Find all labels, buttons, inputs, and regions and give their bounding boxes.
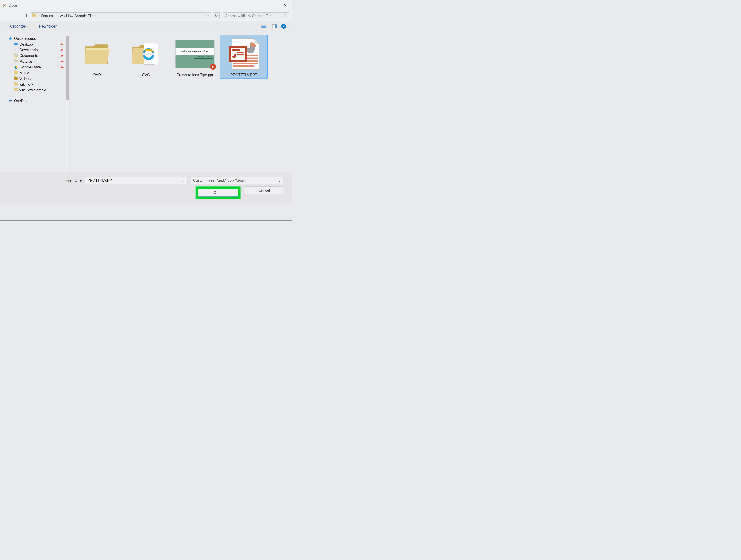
sidebar-item-wikihow[interactable]: wikiHow bbox=[0, 82, 66, 87]
sidebar-item-documents[interactable]: Documents 📌 bbox=[0, 53, 66, 58]
svg-rect-21 bbox=[143, 53, 155, 55]
folder-icon bbox=[14, 88, 18, 92]
view-mode-button[interactable]: ▾ bbox=[261, 24, 268, 28]
dialog-footer: File name: ⌄ Custom Files (*.ppt;*.pptx;… bbox=[0, 172, 292, 204]
refresh-button[interactable]: ↻ bbox=[213, 12, 219, 19]
sidebar-quick-access[interactable]: Quick access bbox=[0, 36, 66, 41]
file-item-folder[interactable]: DVD bbox=[73, 35, 121, 78]
file-item-ppt-selected[interactable]: PROTTPLV.PPT bbox=[220, 35, 267, 78]
pin-icon: 📌 bbox=[60, 48, 64, 52]
scroll-up-icon[interactable]: ⌃ bbox=[65, 31, 69, 35]
folder-icon bbox=[32, 14, 37, 18]
documents-icon bbox=[14, 54, 18, 58]
sidebar-item-pictures[interactable]: Pictures 📌 bbox=[0, 59, 66, 64]
pin-icon: 📌 bbox=[60, 54, 64, 58]
svg-rect-29 bbox=[232, 49, 240, 51]
powerpoint-file-icon bbox=[226, 38, 261, 71]
svg-rect-6 bbox=[262, 25, 266, 26]
onedrive-icon bbox=[9, 99, 12, 103]
search-input[interactable] bbox=[225, 14, 283, 18]
file-item-folder[interactable]: SVG bbox=[122, 35, 170, 78]
file-label: Presentations-Tips.ppt bbox=[172, 73, 218, 77]
svg-rect-12 bbox=[15, 51, 17, 51]
downloads-icon bbox=[14, 48, 18, 52]
pin-icon: 📌 bbox=[60, 42, 64, 47]
back-button: ← bbox=[4, 13, 9, 18]
recent-locations-dropdown[interactable]: ﹀ bbox=[18, 14, 22, 18]
sidebar-item-videos[interactable]: Videos bbox=[0, 76, 66, 81]
sidebar-item-music[interactable]: Music bbox=[0, 70, 66, 75]
sidebar-item-google-drive[interactable]: Google Drive 📌 bbox=[0, 65, 66, 70]
powerpoint-badge-icon: P bbox=[210, 64, 216, 70]
pin-icon: 📌 bbox=[60, 59, 64, 64]
up-button[interactable] bbox=[24, 13, 29, 18]
file-label: PROTTPLV.PPT bbox=[221, 73, 267, 77]
search-icon[interactable] bbox=[283, 14, 287, 18]
svg-rect-31 bbox=[237, 54, 244, 55]
sidebar-onedrive[interactable]: OneDrive bbox=[0, 98, 66, 103]
file-list[interactable]: DVD SVG bbox=[70, 31, 291, 172]
chevron-down-icon[interactable]: ⌄ bbox=[278, 178, 281, 182]
svg-rect-25 bbox=[233, 63, 258, 64]
open-button[interactable]: Open bbox=[198, 189, 238, 197]
chevron-down-icon[interactable]: ⌄ bbox=[182, 178, 185, 182]
folder-icon bbox=[14, 71, 18, 75]
videos-icon bbox=[14, 77, 18, 81]
google-drive-icon bbox=[14, 65, 18, 69]
filename-input[interactable]: ⌄ bbox=[85, 177, 187, 184]
chevron-left-icon[interactable]: « bbox=[38, 14, 40, 17]
svg-rect-10 bbox=[14, 43, 18, 45]
sidebar: Quick access Desktop 📌 Downloads 📌 Docum… bbox=[0, 31, 66, 172]
pictures-icon bbox=[14, 60, 18, 63]
folder-icon bbox=[130, 41, 161, 68]
window-title: Open bbox=[8, 3, 18, 8]
new-folder-button[interactable]: New folder bbox=[39, 24, 57, 29]
open-button-highlight: Open bbox=[196, 186, 241, 199]
svg-rect-30 bbox=[237, 52, 244, 53]
svg-point-3 bbox=[284, 14, 286, 16]
chevron-right-icon[interactable]: › bbox=[95, 14, 96, 17]
breadcrumb-seg-current[interactable]: wikiHow Sample File bbox=[59, 14, 95, 18]
file-type-filter[interactable]: Custom Files (*.ppt;*.pptx;*.ppsx ⌄ bbox=[191, 177, 283, 184]
search-box[interactable] bbox=[223, 12, 289, 19]
sidebar-item-downloads[interactable]: Downloads 📌 bbox=[0, 48, 66, 53]
title-bar: Open ✕ bbox=[0, 0, 292, 10]
organize-button[interactable]: Organize▾ bbox=[9, 24, 27, 29]
svg-marker-9 bbox=[9, 37, 12, 40]
breadcrumb-seg-documents[interactable]: Docum... bbox=[40, 14, 57, 18]
chrome-icon bbox=[2, 3, 7, 8]
file-item-ppt[interactable]: Making PowerPoint Slides Avoiding the Pi… bbox=[171, 35, 219, 78]
nav-row: ← → ﹀ « Docum... › wikiHow Sample File ›… bbox=[0, 10, 292, 21]
dialog-body: Quick access Desktop 📌 Downloads 📌 Docum… bbox=[0, 31, 292, 172]
file-type-label: Custom Files (*.ppt;*.pptx;*.ppsx bbox=[193, 178, 246, 182]
svg-rect-17 bbox=[15, 78, 15, 79]
close-icon[interactable]: ✕ bbox=[282, 2, 289, 8]
forward-button: → bbox=[11, 13, 16, 18]
slide-title: Making PowerPoint Slides bbox=[176, 48, 214, 55]
scroll-down-icon[interactable]: ⌄ bbox=[65, 168, 69, 172]
cancel-button[interactable]: Cancel bbox=[244, 186, 284, 194]
sidebar-item-wikihow-sample[interactable]: wikiHow Sample bbox=[0, 88, 66, 93]
star-icon bbox=[9, 36, 12, 41]
file-label: DVD bbox=[74, 73, 120, 77]
preview-pane-button[interactable] bbox=[272, 24, 277, 28]
pin-icon: 📌 bbox=[60, 65, 64, 69]
svg-rect-32 bbox=[237, 56, 244, 57]
chevron-right-icon: › bbox=[57, 14, 59, 17]
resize-grip-icon[interactable]: .: bbox=[290, 219, 291, 220]
chevron-down-icon: ▾ bbox=[25, 25, 26, 28]
svg-line-4 bbox=[286, 16, 287, 17]
folder-icon bbox=[82, 41, 112, 67]
sidebar-scrollbar[interactable]: ⌃ ⌄ bbox=[65, 31, 69, 172]
sidebar-item-desktop[interactable]: Desktop 📌 bbox=[0, 42, 66, 47]
slide-subtitle: Avoiding the Pitfalls of Bad Slides bbox=[198, 56, 213, 60]
filename-field[interactable] bbox=[87, 178, 183, 182]
scroll-thumb[interactable] bbox=[66, 35, 69, 99]
filename-label: File name: bbox=[6, 178, 85, 182]
address-dropdown-icon[interactable]: ﹀ bbox=[204, 14, 211, 18]
file-label: SVG bbox=[123, 73, 169, 77]
desktop-icon bbox=[14, 43, 18, 46]
help-button[interactable]: ? bbox=[281, 24, 286, 29]
address-bar[interactable]: « Docum... › wikiHow Sample File › ﹀ bbox=[31, 12, 211, 19]
svg-rect-8 bbox=[275, 24, 277, 28]
